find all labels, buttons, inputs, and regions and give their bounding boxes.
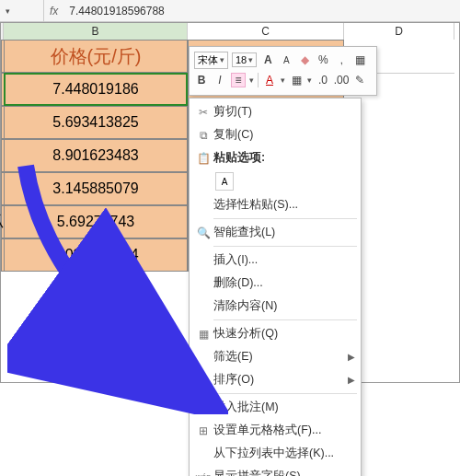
align-icon[interactable]: ≡ [231,73,246,87]
fx-label[interactable]: fx [44,5,63,17]
cell[interactable]: 5.693413825 [4,106,188,139]
border-icon[interactable]: ▦ [352,52,367,67]
clipboard-icon: 📋 [193,152,213,165]
copy-icon: ⧉ [193,129,213,142]
mini-toolbar: 宋体▾ 18▾ A A ◆ % ‚ ▦ B I ≡ ▾ A ▾ ▦ ▾ .0 .… [189,46,377,96]
paste-values-icon: A [215,172,234,191]
menu-delete[interactable]: 删除(D)... [190,272,361,295]
menu-insert-comment[interactable]: ✎插入批注(M) [190,396,361,419]
size-select[interactable]: 18▾ [232,52,257,67]
menu-format-cells[interactable]: ⊞设置单元格格式(F)... [190,419,361,442]
divider [213,393,357,394]
cell[interactable]: 8.901623483 [4,139,188,172]
table-icon: ▦ [193,328,213,341]
column-headers: B C D [1,23,459,40]
menu-insert[interactable]: 插入(I)... [190,249,361,272]
menu-clear[interactable]: 清除内容(N) [190,295,361,318]
italic-button[interactable]: I [213,73,227,87]
menu-sort[interactable]: 排序(O)▶ [190,368,361,391]
header-cell-b[interactable]: 价格(元/斤) [4,40,188,73]
decrease-font-icon[interactable]: A [279,52,293,67]
divider [213,319,357,320]
col-header-c[interactable]: C [188,23,344,40]
cell[interactable]: 瓜 [1,205,4,238]
name-box[interactable]: ▾ [0,0,44,21]
cell[interactable]: 3.145885079 [4,172,188,205]
col-header-d[interactable]: D [344,23,454,40]
bold-button[interactable]: B [194,73,209,87]
menu-filter[interactable]: 筛选(E)▶ [190,345,361,368]
menu-paste-special[interactable]: 选择性粘贴(S)... [190,193,361,216]
context-menu: ✂剪切(T) ⧉复制(C) 📋粘贴选项: A 选择性粘贴(S)... 🔍智能查找… [189,98,362,476]
menu-phonetic[interactable]: wén显示拼音字段(S) [190,465,361,476]
formula-bar: ▾ fx 7.44801918596788 [0,0,460,22]
borders-icon[interactable]: ▦ [289,73,304,87]
increase-font-icon[interactable]: A [260,52,275,67]
menu-cut[interactable]: ✂剪切(T) [190,100,361,123]
divider [213,218,357,219]
decimal-dec-icon[interactable]: .0 [316,73,330,87]
decimal-inc-icon[interactable]: .00 [334,73,349,87]
search-icon: 🔍 [193,226,213,239]
comma-icon[interactable]: ‚ [334,52,349,67]
font-color-icon[interactable]: A [262,73,277,87]
scissors-icon: ✂ [193,106,213,119]
menu-quick-analysis[interactable]: ▦快速分析(Q) [190,322,361,345]
divider [213,246,357,247]
format-icon: ⊞ [193,424,213,437]
paste-option[interactable]: A [190,169,361,193]
chevron-down-icon[interactable]: ▾ [249,75,254,85]
chevron-right-icon: ▶ [348,352,355,362]
cell[interactable]: 5.69278743 [4,205,188,238]
menu-paste-header: 📋粘贴选项: [190,146,361,169]
col-header-b[interactable]: B [4,23,188,40]
font-select[interactable]: 宋体▾ [194,52,228,69]
menu-pick-dropdown[interactable]: 从下拉列表中选择(K)... [190,442,361,465]
percent-icon[interactable]: % [316,52,330,67]
chevron-down-icon[interactable]: ▾ [281,75,285,85]
chevron-down-icon[interactable]: ▾ [307,75,312,85]
format-painter-icon[interactable]: ✎ [352,73,367,87]
cell[interactable]: 7.448019186 [4,73,188,106]
chevron-right-icon: ▶ [348,375,355,385]
comment-icon: ✎ [193,401,213,414]
menu-copy[interactable]: ⧉复制(C) [190,123,361,146]
fill-color-icon[interactable]: ◆ [297,52,312,67]
formula-value[interactable]: 7.44801918596788 [63,5,169,17]
menu-smart-lookup[interactable]: 🔍智能查找(L) [190,221,361,244]
phonetic-icon: wén [193,472,213,477]
cell[interactable]: 8.039629854 [4,238,188,272]
